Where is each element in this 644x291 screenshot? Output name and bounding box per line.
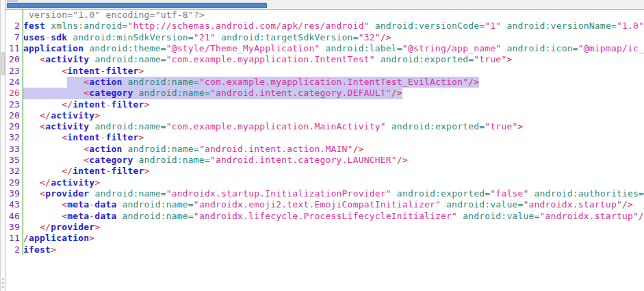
splitter-grip-icon bbox=[2, 286, 4, 288]
code-line-content[interactable]: </activity> bbox=[23, 110, 644, 121]
code-tokens: <intent-filter> bbox=[23, 66, 144, 76]
code-line[interactable]: 24 <action android:name="com.example.mya… bbox=[5, 77, 644, 88]
code-line[interactable]: 7uses-sdk android:minSdkVersion="21" and… bbox=[5, 32, 644, 43]
code-tokens: fest xmlns:android="http://schemas.andro… bbox=[23, 21, 644, 31]
line-number: 7 bbox=[5, 32, 23, 43]
code-line-content[interactable]: ifest> bbox=[23, 244, 644, 255]
code-line-content[interactable]: <category android:name="android.intent.c… bbox=[23, 155, 644, 166]
code-line-content[interactable]: </intent-filter> bbox=[23, 99, 644, 110]
code-line-content[interactable]: <provider android:name="androidx.startup… bbox=[23, 188, 644, 199]
code-line-content[interactable]: version="1.0" encoding="utf-8"?> bbox=[23, 10, 644, 21]
code-line-content[interactable]: </intent-filter> bbox=[23, 166, 644, 177]
code-line[interactable]: 23 <intent-filter> bbox=[5, 66, 644, 77]
line-number: 20 bbox=[5, 110, 23, 121]
code-tokens: <intent-filter> bbox=[23, 132, 144, 142]
code-line[interactable]: 29 <activity android:name="com.example.m… bbox=[5, 121, 644, 132]
top-selection-artifact bbox=[7, 0, 18, 2]
code-tokens: </intent-filter> bbox=[23, 99, 150, 110]
code-line[interactable]: 20 <activity android:name="com.example.m… bbox=[5, 54, 644, 65]
code-line[interactable]: 46 <meta-data android:name="androidx.lif… bbox=[5, 211, 644, 222]
splitter-grip-icon bbox=[2, 282, 4, 284]
line-number: 2 bbox=[5, 244, 23, 255]
line-number-current: 26 bbox=[5, 88, 23, 99]
line-number: 2 bbox=[5, 21, 23, 31]
code-line-content[interactable]: /application> bbox=[23, 233, 644, 244]
code-line[interactable]: 20 </activity> bbox=[5, 110, 644, 121]
code-line-content[interactable]: <meta-data android:name="androidx.emoji2… bbox=[23, 199, 644, 210]
code-tokens: <meta-data android:name="androidx.lifecy… bbox=[23, 211, 644, 221]
left-scrollbar-thumb[interactable] bbox=[1, 52, 5, 75]
code-line-content[interactable]: application android:theme="@style/Theme_… bbox=[23, 43, 644, 54]
code-line[interactable]: 33 <action android:name="android.intent.… bbox=[5, 144, 644, 155]
code-tokens: </intent-filter> bbox=[23, 166, 150, 176]
code-tokens: version="1.0" encoding="utf-8"?> bbox=[23, 10, 205, 20]
code-tokens: <action android:name="android.intent.act… bbox=[23, 144, 364, 154]
code-line[interactable]: 23 </intent-filter> bbox=[5, 99, 644, 110]
code-line[interactable]: 2ifest> bbox=[5, 244, 644, 255]
horizontal-scrollbar[interactable] bbox=[5, 0, 644, 10]
line-number: 20 bbox=[5, 54, 23, 65]
code-line-content[interactable]: uses-sdk android:minSdkVersion="21" andr… bbox=[23, 32, 644, 43]
code-line[interactable]: 11application android:theme="@style/Them… bbox=[5, 43, 644, 54]
code-line-content[interactable]: <activity android:name="com.example.myap… bbox=[23, 54, 644, 65]
line-number: 23 bbox=[5, 99, 23, 110]
line-number: 24 bbox=[5, 77, 23, 88]
code-tokens: <meta-data android:name="androidx.emoji2… bbox=[23, 199, 633, 210]
line-number: 29 bbox=[5, 177, 23, 188]
code-line-content[interactable]: <intent-filter> bbox=[23, 66, 644, 77]
line-number: 39 bbox=[5, 188, 23, 199]
code-line-content[interactable]: </provider> bbox=[23, 222, 644, 233]
line-number: 11 bbox=[5, 43, 23, 54]
line-number: 43 bbox=[5, 199, 23, 210]
code-tokens: /application> bbox=[23, 233, 94, 243]
line-number: 29 bbox=[5, 121, 23, 132]
code-line-content[interactable]: <meta-data android:name="androidx.lifecy… bbox=[23, 211, 644, 222]
code-tokens: </activity> bbox=[23, 177, 100, 188]
code-line[interactable]: 43 <meta-data android:name="androidx.emo… bbox=[5, 199, 644, 210]
horizontal-scrollbar-thumb[interactable] bbox=[7, 3, 267, 8]
code-line-content[interactable]: <action android:name="com.example.myappl… bbox=[23, 77, 644, 88]
code-tokens: </activity> bbox=[23, 110, 100, 121]
line-number: 32 bbox=[5, 166, 23, 177]
code-line[interactable]: 32 <intent-filter> bbox=[5, 132, 644, 143]
line-number: 33 bbox=[5, 144, 23, 155]
code-tokens: application android:theme="@style/Theme_… bbox=[23, 43, 644, 53]
code-line[interactable]: 39 <provider android:name="androidx.star… bbox=[5, 188, 644, 199]
code-line-content[interactable]: fest xmlns:android="http://schemas.andro… bbox=[23, 21, 644, 31]
code-line-content[interactable]: <intent-filter> bbox=[23, 132, 644, 143]
line-number: 39 bbox=[5, 222, 23, 233]
code-line-content[interactable]: <action android:name="android.intent.act… bbox=[23, 144, 644, 155]
code-tokens: <activity android:name="com.example.myap… bbox=[23, 121, 524, 131]
line-number: 32 bbox=[5, 132, 23, 143]
code-line-content[interactable]: </activity> bbox=[23, 177, 644, 188]
code-line[interactable]: version="1.0" encoding="utf-8"?> bbox=[5, 10, 644, 21]
code-line[interactable]: 11/application> bbox=[5, 233, 644, 244]
code-line[interactable]: 32 </intent-filter> bbox=[5, 166, 644, 177]
code-tokens: uses-sdk android:minSdkVersion="21" andr… bbox=[23, 32, 391, 42]
line-number bbox=[5, 10, 23, 21]
code-line[interactable]: 39 </provider> bbox=[5, 222, 644, 233]
code-tokens: </provider> bbox=[23, 222, 100, 232]
code-editor[interactable]: version="1.0" encoding="utf-8"?>2fest xm… bbox=[5, 10, 644, 291]
code-tokens: <provider android:name="androidx.startup… bbox=[23, 188, 644, 199]
code-line-content[interactable]: <activity android:name="com.example.myap… bbox=[23, 121, 644, 132]
left-splitter[interactable] bbox=[0, 0, 5, 291]
code-tokens: <category android:name="android.intent.c… bbox=[23, 155, 408, 165]
line-number: 11 bbox=[5, 233, 23, 244]
code-tokens: <action android:name="com.example.myappl… bbox=[23, 77, 479, 87]
code-line[interactable]: 35 <category android:name="android.inten… bbox=[5, 155, 644, 166]
code-line-content[interactable]: <category android:name="android.intent.c… bbox=[23, 88, 644, 99]
code-line[interactable]: 2fest xmlns:android="http://schemas.andr… bbox=[5, 21, 644, 31]
line-number: 23 bbox=[5, 66, 23, 77]
code-line[interactable]: 29 </activity> bbox=[5, 177, 644, 188]
code-tokens: <category android:name="android.intent.c… bbox=[23, 88, 402, 98]
line-number: 46 bbox=[5, 211, 23, 222]
code-tokens: ifest> bbox=[23, 244, 56, 255]
splitter-grip-icon bbox=[2, 278, 4, 280]
code-tokens: <activity android:name="com.example.myap… bbox=[23, 54, 512, 64]
code-line[interactable]: 26 <category android:name="android.inten… bbox=[5, 88, 644, 99]
line-number: 35 bbox=[5, 155, 23, 166]
xml-viewer-window: { "colors": { "gutter-number": "#7c22b8"… bbox=[0, 0, 644, 291]
